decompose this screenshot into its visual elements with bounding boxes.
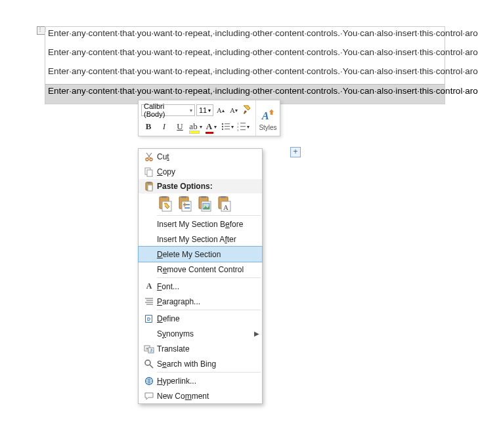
paste-keep-source-button[interactable] <box>158 196 173 212</box>
translate-label: Translate <box>157 344 262 354</box>
numbering-button[interactable]: 123 ▾ <box>236 120 250 133</box>
translate-icon: aあ <box>141 344 157 354</box>
svg-rect-9 <box>240 126 246 127</box>
font-size-value: 11 <box>199 106 207 114</box>
define-icon: D <box>141 314 157 324</box>
font-dialog-icon: A <box>141 281 157 291</box>
svg-point-2 <box>222 126 223 127</box>
bold-button[interactable]: B <box>141 120 156 133</box>
svg-text:A: A <box>261 109 269 121</box>
format-painter-icon[interactable] <box>241 104 253 116</box>
hyperlink-icon <box>141 376 157 386</box>
svg-rect-16 <box>147 170 152 176</box>
font-color-button[interactable]: A ▾ <box>204 120 219 133</box>
italic-button[interactable]: I <box>157 120 171 133</box>
menu-remove-content-control[interactable]: Remove Content ControlRemove Content Con… <box>139 262 262 277</box>
svg-text:A: A <box>223 203 228 211</box>
menu-translate[interactable]: aあ Translate <box>139 341 262 356</box>
svg-point-13 <box>146 158 148 161</box>
svg-rect-19 <box>148 185 152 191</box>
svg-text:あ: あ <box>150 348 154 353</box>
font-size-combo[interactable]: 11▾ <box>196 104 213 116</box>
svg-rect-25 <box>182 201 191 211</box>
svg-point-42 <box>145 360 150 365</box>
cut-icon <box>141 152 157 162</box>
comment-icon <box>141 391 157 401</box>
svg-point-0 <box>222 123 223 125</box>
highlight-button[interactable]: ab ▾ <box>188 120 203 133</box>
paste-text-only-button[interactable]: A <box>217 196 232 212</box>
svg-rect-18 <box>147 182 151 184</box>
menu-insert-section-before[interactable]: Insert My Section BeforeInsert My Sectio… <box>139 216 262 232</box>
svg-rect-32 <box>221 196 226 198</box>
svg-rect-7 <box>240 123 246 123</box>
paragraph[interactable]: Enter·any·content·that·you·want·to·repea… <box>45 65 445 84</box>
bullets-button[interactable]: ▾ <box>220 120 234 133</box>
paragraph-dialog-icon <box>141 296 157 307</box>
menu-synonyms[interactable]: SynonymsSynonyms ▶ <box>139 326 262 341</box>
styles-button[interactable]: A Styles <box>255 100 280 136</box>
paste-merge-button[interactable] <box>178 196 192 212</box>
mini-toolbar: Calibri (Body)▾ 11▾ A▴ A▾ B I U ab ▾ A ▾ <box>138 100 280 136</box>
menu-define[interactable]: D DefineDefine <box>139 311 262 326</box>
paste-icon <box>141 181 157 192</box>
copy-icon <box>141 167 157 177</box>
paste-options-label: Paste Options: <box>157 182 262 191</box>
menu-copy[interactable]: CopyCopy <box>139 164 262 179</box>
underline-button[interactable]: U <box>173 120 187 133</box>
menu-paste-options-header: Paste Options: <box>139 179 262 193</box>
menu-new-comment[interactable]: New CommentNew Comment <box>139 388 262 403</box>
styles-label: Styles <box>259 124 276 131</box>
paste-picture-button[interactable] <box>198 196 212 212</box>
paste-options-row: A <box>139 193 262 214</box>
document-body: Enter·any·content·that·you·want·to·repea… <box>45 26 445 104</box>
svg-text:3: 3 <box>237 129 239 132</box>
font-family-value: Calibri (Body) <box>144 102 186 118</box>
menu-font[interactable]: A Font...Font... <box>139 279 262 294</box>
svg-rect-3 <box>225 126 230 127</box>
svg-point-30 <box>204 205 206 207</box>
svg-point-4 <box>222 129 223 130</box>
svg-rect-11 <box>240 129 246 130</box>
add-section-button[interactable]: + <box>290 147 301 157</box>
svg-rect-21 <box>162 196 167 198</box>
svg-rect-27 <box>201 196 206 198</box>
font-family-combo[interactable]: Calibri (Body)▾ <box>141 104 195 116</box>
svg-rect-24 <box>181 196 186 198</box>
menu-insert-section-after[interactable]: Insert My Section AfterInsert My Section… <box>139 232 262 247</box>
styles-icon: A <box>261 108 275 123</box>
svg-rect-1 <box>225 123 230 124</box>
menu-search-bing[interactable]: Search with BingSearch with Bing <box>139 356 262 371</box>
increase-font-icon[interactable]: A▴ <box>215 104 227 116</box>
menu-hyperlink[interactable]: Hyperlink...Hyperlink... <box>139 373 262 388</box>
submenu-arrow-icon: ▶ <box>251 330 262 337</box>
context-menu: CutCut CopyCopy Paste Options: A Insert … <box>138 148 263 404</box>
menu-paragraph[interactable]: Paragraph...Paragraph... <box>139 294 262 309</box>
menu-cut[interactable]: CutCut <box>139 149 262 164</box>
search-icon <box>141 359 157 369</box>
paragraph[interactable]: Enter·any·content·that·you·want·to·repea… <box>45 27 445 46</box>
decrease-font-icon[interactable]: A▾ <box>228 104 240 116</box>
svg-point-14 <box>150 158 152 161</box>
menu-delete-section[interactable]: Delete My SectionDelete My Section <box>138 246 263 262</box>
paragraph[interactable]: Enter·any·content·that·you·want·to·repea… <box>45 46 445 65</box>
svg-rect-5 <box>225 129 230 129</box>
svg-text:D: D <box>147 317 150 321</box>
